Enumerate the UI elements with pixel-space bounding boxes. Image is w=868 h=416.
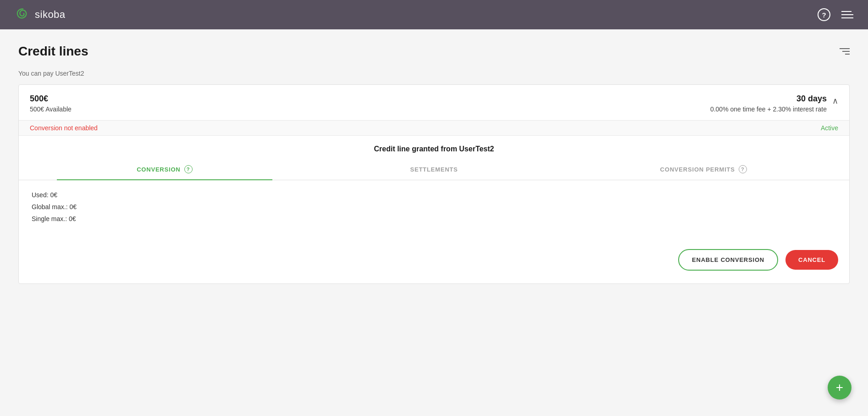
fab-add-button[interactable]: + [828,376,851,399]
conversion-help-icon[interactable]: ? [184,165,193,173]
menu-icon[interactable] [841,11,853,18]
conversion-global-max: Global max.: 0€ [32,203,836,211]
credit-status-row: Conversion not enabled Active [19,121,849,136]
tab-conversion-permits-label: CONVERSION PERMITS [660,166,735,173]
credit-terms-section: 30 days 0.00% one time fee + 2.30% inter… [710,94,838,113]
header-actions: ? [818,8,853,21]
page-title: Credit lines [18,44,88,59]
enable-conversion-button[interactable]: ENABLE CONVERSION [678,249,778,271]
conversion-permits-help-icon[interactable]: ? [739,165,747,173]
credit-days: 30 days [710,94,827,104]
chevron-up-icon[interactable]: ∧ [832,96,838,106]
help-icon[interactable]: ? [818,8,830,21]
credit-card: 500€ 500€ Available 30 days 0.00% one ti… [18,84,850,284]
credit-grant-title: Credit line granted from UserTest2 [19,136,849,155]
credit-available: 500€ Available [30,105,72,113]
cancel-button[interactable]: CANCEL [785,250,838,270]
credit-amount: 500€ [30,94,72,104]
tab-settlements-label: SETTLEMENTS [410,166,458,173]
tab-conversion[interactable]: CONVERSION ? [30,159,299,180]
tab-settlements[interactable]: SETTLEMENTS [299,160,569,179]
main-content: Credit lines You can pay UserTest2 500€ … [0,29,868,299]
credit-card-header: 500€ 500€ Available 30 days 0.00% one ti… [19,85,849,121]
conversion-tab-content: Used: 0€ Global max.: 0€ Single max.: 0€ [19,180,849,242]
tab-conversion-label: CONVERSION [137,166,180,173]
filter-icon[interactable] [840,48,850,55]
app-header: sikoba ? [0,0,868,29]
logo[interactable]: sikoba [15,6,66,23]
credit-amount-section: 500€ 500€ Available [30,94,72,113]
tabs-row: CONVERSION ? SETTLEMENTS CONVERSION PERM… [19,159,849,180]
action-buttons-row: ENABLE CONVERSION CANCEL [19,242,849,283]
conversion-single-max: Single max.: 0€ [32,215,836,222]
active-status-label: Active [821,124,838,132]
page-subtitle: You can pay UserTest2 [18,70,850,77]
logo-text: sikoba [35,9,66,21]
sikoba-logo-icon [15,6,31,23]
conversion-not-enabled-label: Conversion not enabled [30,124,98,132]
page-header-row: Credit lines [18,44,850,59]
credit-fee: 0.00% one time fee + 2.30% interest rate [710,105,827,113]
tab-conversion-permits[interactable]: CONVERSION PERMITS ? [569,159,838,180]
conversion-used: Used: 0€ [32,191,836,199]
